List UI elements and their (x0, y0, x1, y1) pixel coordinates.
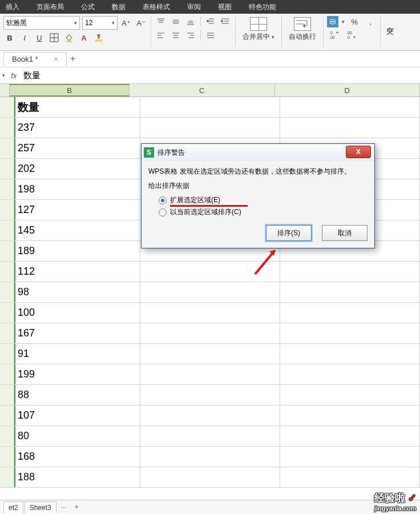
cell[interactable] (280, 118, 420, 138)
wrap-text-button[interactable]: 自动换行 (285, 16, 320, 43)
cell[interactable] (280, 262, 420, 282)
cell[interactable] (140, 303, 280, 323)
cell[interactable] (140, 426, 280, 446)
namebox-dropdown[interactable]: ▾ (0, 73, 7, 78)
cell[interactable]: 145 (14, 220, 140, 240)
align-bottom-button[interactable] (184, 16, 197, 27)
row-header[interactable] (0, 200, 14, 220)
comma-button[interactable]: , (364, 16, 377, 27)
cell[interactable] (140, 385, 280, 405)
cell[interactable]: 202 (14, 159, 140, 179)
cell[interactable]: 100 (14, 303, 140, 323)
border-button[interactable] (48, 32, 60, 43)
cell[interactable] (140, 405, 280, 425)
cell[interactable] (140, 364, 280, 384)
row-header[interactable] (0, 179, 14, 199)
cell[interactable]: 88 (14, 385, 140, 405)
row-header[interactable] (0, 282, 14, 302)
col-header-c[interactable]: C (130, 84, 275, 97)
row-header[interactable] (0, 467, 14, 487)
more-sheets-button[interactable]: ··· (58, 503, 70, 511)
cell[interactable]: 198 (14, 179, 140, 199)
row-header[interactable] (0, 426, 14, 446)
row-header[interactable] (0, 220, 14, 240)
cell[interactable] (140, 118, 280, 138)
menu-insert[interactable]: 插入 (6, 2, 19, 12)
menu-data[interactable]: 数据 (112, 2, 126, 12)
menu-tablestyle[interactable]: 表格样式 (143, 2, 170, 12)
indent-button[interactable] (219, 16, 232, 27)
cell[interactable]: 98 (14, 282, 140, 302)
cell[interactable]: 189 (14, 241, 140, 261)
cell[interactable]: 167 (14, 323, 140, 343)
cell[interactable] (280, 426, 420, 446)
radio-expand-selection[interactable]: 扩展选定区域(E) (159, 195, 368, 205)
increase-font-button[interactable]: A⁺ (120, 17, 132, 29)
corner-cell[interactable] (0, 84, 10, 97)
bold-button[interactable]: B (3, 32, 16, 43)
number-format-button[interactable] (327, 16, 338, 27)
cell[interactable] (140, 467, 280, 487)
cancel-button[interactable]: 取消 (322, 225, 368, 241)
cell[interactable]: 168 (14, 447, 140, 467)
cell[interactable]: 91 (14, 344, 140, 364)
cell[interactable]: 112 (14, 262, 140, 282)
sheet-tab[interactable]: Sheet3 (25, 501, 56, 513)
cell[interactable]: 80 (14, 426, 140, 446)
menu-feature[interactable]: 特色功能 (249, 2, 276, 12)
dialog-titlebar[interactable]: S 排序警告 X (142, 144, 374, 161)
menu-formula[interactable]: 公式 (81, 2, 95, 12)
underline-button[interactable]: U (33, 32, 46, 43)
row-header[interactable] (0, 385, 14, 405)
cell[interactable] (280, 467, 420, 487)
cell[interactable] (140, 262, 280, 282)
font-size-select[interactable]: 12 ▾ (82, 16, 118, 30)
row-header[interactable] (0, 447, 14, 467)
fx-icon[interactable]: fx (7, 71, 20, 80)
outdent-button[interactable] (204, 16, 217, 27)
cell[interactable] (280, 303, 420, 323)
align-top-button[interactable] (155, 16, 167, 27)
cell[interactable]: 107 (14, 405, 140, 425)
sheet-tab[interactable]: et2 (3, 501, 23, 513)
cell[interactable]: 257 (14, 138, 140, 158)
align-center-button[interactable] (169, 30, 182, 41)
workbook-tab[interactable]: Book1 * × (3, 52, 67, 66)
cell[interactable]: 数量 (14, 97, 140, 117)
align-middle-button[interactable] (169, 16, 182, 27)
decrease-font-button[interactable]: A⁻ (135, 17, 147, 29)
radio-current-selection[interactable]: 以当前选定区域排序(C) (159, 207, 368, 217)
menu-review[interactable]: 审阅 (187, 2, 201, 12)
cell[interactable] (280, 364, 420, 384)
cell[interactable] (140, 447, 280, 467)
row-header[interactable] (0, 303, 14, 323)
cell[interactable]: 199 (14, 364, 140, 384)
cell[interactable] (140, 344, 280, 364)
cell[interactable]: 127 (14, 200, 140, 220)
cell[interactable] (140, 323, 280, 343)
row-header[interactable] (0, 97, 14, 117)
formula-input[interactable]: 数量 (20, 70, 44, 81)
cell[interactable] (280, 405, 420, 425)
row-header[interactable] (0, 241, 14, 261)
merge-center-button[interactable]: 合并居中 ▾ (239, 16, 278, 43)
justify-button[interactable] (204, 30, 217, 41)
row-header[interactable] (0, 118, 14, 138)
cell[interactable] (280, 323, 420, 343)
highlight-button[interactable] (92, 32, 105, 43)
cell[interactable] (280, 97, 420, 117)
align-right-button[interactable] (184, 30, 197, 41)
cell[interactable] (140, 282, 280, 302)
increase-decimal-button[interactable]: .0.00 (327, 29, 341, 41)
font-name-select[interactable]: 软雅黑 ▾ (3, 16, 80, 30)
cell[interactable] (280, 282, 420, 302)
cell[interactable] (140, 97, 280, 117)
cell[interactable]: 188 (14, 467, 140, 487)
col-header-b[interactable]: B (10, 84, 130, 97)
decrease-decimal-button[interactable]: .00.0 (344, 29, 358, 41)
row-header[interactable] (0, 323, 14, 343)
percent-button[interactable]: % (348, 16, 361, 27)
italic-button[interactable]: I (18, 32, 31, 43)
cell[interactable] (280, 447, 420, 467)
row-header[interactable] (0, 262, 14, 282)
